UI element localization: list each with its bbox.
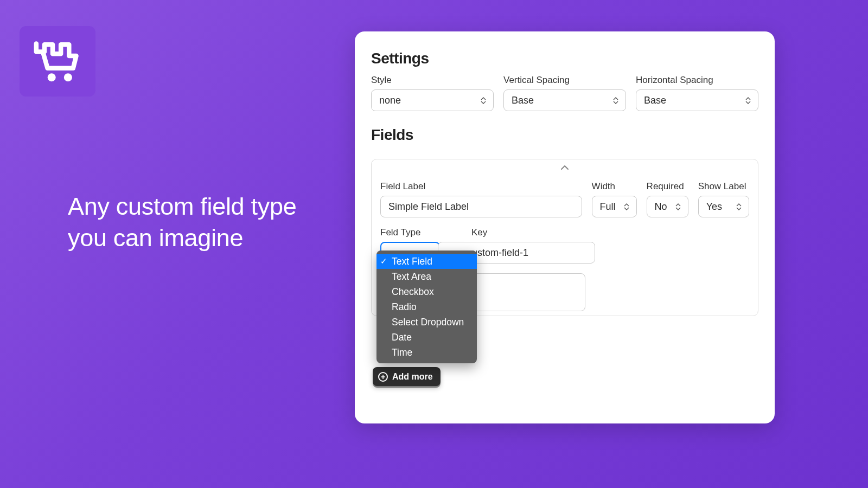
type-option[interactable]: ✓Text Field <box>376 254 477 269</box>
svg-point-0 <box>47 73 55 81</box>
settings-heading: Settings <box>371 50 758 67</box>
type-option[interactable]: Time <box>376 345 477 360</box>
settings-panel: Settings Style none Vertical Spacing Bas… <box>355 31 775 423</box>
field-label-input[interactable]: Simple Field Label <box>380 196 582 217</box>
type-option-label: Select Dropdown <box>392 317 464 328</box>
vspacing-select[interactable]: Base <box>503 89 626 111</box>
key-value: ustom-field-1 <box>472 247 528 259</box>
key-label: Key <box>471 227 595 238</box>
type-option[interactable]: Checkbox <box>376 284 477 299</box>
cart-custom-icon <box>32 38 84 85</box>
type-option-label: Text Area <box>392 271 431 282</box>
hero-line-1: Any custom field type <box>68 191 296 222</box>
type-option[interactable]: Select Dropdown <box>376 314 477 330</box>
style-value: none <box>379 95 401 106</box>
type-option-label: Date <box>392 332 412 343</box>
style-select[interactable]: none <box>371 89 494 111</box>
type-option-label: Time <box>392 347 412 358</box>
vspacing-label: Vertical Spacing <box>503 75 626 86</box>
type-option-label: Text Field <box>392 256 432 267</box>
add-more-button[interactable]: + Add more <box>373 367 441 386</box>
stepper-icon <box>612 96 619 105</box>
type-dropdown[interactable]: ✓Text FieldText AreaCheckboxRadioSelect … <box>376 251 477 363</box>
hspacing-value: Base <box>644 95 666 106</box>
width-select[interactable]: Full <box>592 196 637 217</box>
type-option-label: Radio <box>392 301 417 313</box>
add-more-label: Add more <box>392 372 433 382</box>
required-label: Required <box>647 181 688 192</box>
collapse-toggle[interactable] <box>560 163 569 172</box>
showlabel-select[interactable]: Yes <box>698 196 749 217</box>
width-label: Width <box>592 181 637 192</box>
app-logo <box>20 26 95 97</box>
type-label: Feld Type <box>380 227 462 238</box>
required-select[interactable]: No <box>647 196 688 217</box>
stepper-icon <box>675 202 681 211</box>
required-value: No <box>655 201 667 213</box>
hspacing-label: Horizontal Spacing <box>636 75 758 86</box>
plus-circle-icon: + <box>378 372 388 382</box>
type-option-label: Checkbox <box>392 286 434 298</box>
hspacing-select[interactable]: Base <box>636 89 758 111</box>
stepper-icon <box>736 202 742 211</box>
hero-headline: Any custom field type you can imagine <box>68 191 296 253</box>
width-value: Full <box>600 201 616 213</box>
type-option[interactable]: Date <box>376 330 477 345</box>
check-icon: ✓ <box>380 256 387 266</box>
showlabel-label: Show Label <box>698 181 749 192</box>
vspacing-value: Base <box>512 95 534 106</box>
type-option[interactable]: Radio <box>376 299 477 314</box>
svg-point-1 <box>63 73 72 81</box>
field-label-label: Field Label <box>380 181 582 192</box>
fields-heading: Fields <box>371 126 758 144</box>
stepper-icon <box>480 96 487 105</box>
type-option[interactable]: Text Area <box>376 269 477 284</box>
stepper-icon <box>623 202 630 211</box>
field-label-value: Simple Field Label <box>388 201 469 213</box>
showlabel-value: Yes <box>706 201 722 213</box>
hero-line-2: you can imagine <box>68 222 296 254</box>
style-label: Style <box>371 75 494 86</box>
chevron-up-icon <box>560 165 569 170</box>
stepper-icon <box>745 96 751 105</box>
